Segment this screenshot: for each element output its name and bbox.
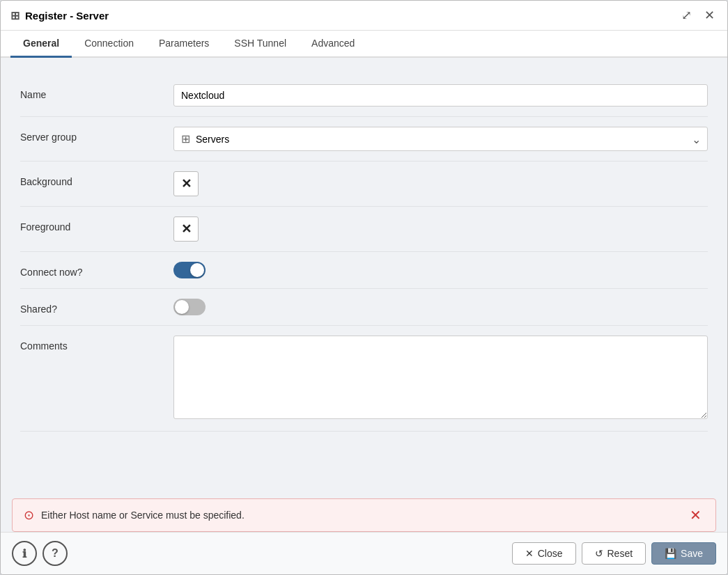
close-window-button[interactable]: ✕: [702, 8, 718, 23]
footer-right: ✕ Close ↺ Reset 💾 Save: [512, 542, 716, 565]
server-group-label: Server group: [20, 127, 173, 143]
background-control: ✕: [173, 171, 708, 196]
connect-now-label: Connect now?: [20, 262, 173, 278]
error-banner: ⊙ Either Host name or Service must be sp…: [12, 498, 716, 532]
shared-row: Shared?: [20, 289, 708, 326]
save-label: Save: [681, 548, 703, 559]
name-row: Name: [20, 74, 708, 117]
dialog-title: Register - Server: [25, 10, 109, 22]
server-group-value: Servers: [196, 134, 229, 145]
error-close-button[interactable]: ✕: [687, 508, 704, 522]
comments-label: Comments: [20, 336, 173, 352]
bottom-section: ⊙ Either Host name or Service must be sp…: [1, 490, 727, 532]
servers-icon: ⊞: [181, 132, 190, 145]
tabs-bar: General Connection Parameters SSH Tunnel…: [1, 31, 727, 58]
name-control: [173, 84, 708, 107]
title-left: ⊞ Register - Server: [10, 9, 109, 22]
foreground-control: ✕: [173, 216, 708, 242]
server-group-row: Server group ⊞ Servers ⌄: [20, 117, 708, 162]
error-left: ⊙ Either Host name or Service must be sp…: [24, 507, 245, 523]
register-server-dialog: ⊞ Register - Server ⤢ ✕ General Connecti…: [0, 0, 728, 575]
foreground-row: Foreground ✕: [20, 207, 708, 252]
tab-connection[interactable]: Connection: [72, 31, 146, 58]
server-group-control: ⊞ Servers ⌄: [173, 127, 708, 151]
foreground-color-button[interactable]: ✕: [173, 216, 199, 242]
info-button[interactable]: ℹ: [12, 541, 37, 566]
save-button[interactable]: 💾 Save: [651, 542, 716, 565]
chevron-down-icon: ⌄: [692, 132, 701, 145]
title-bar: ⊞ Register - Server ⤢ ✕: [1, 1, 727, 31]
foreground-label: Foreground: [20, 216, 173, 233]
comments-row: Comments: [20, 326, 708, 432]
background-color-button[interactable]: ✕: [173, 171, 199, 196]
connect-now-row: Connect now?: [20, 252, 708, 289]
comments-control: [173, 336, 708, 421]
tab-advanced[interactable]: Advanced: [299, 31, 367, 58]
reset-button[interactable]: ↺ Reset: [582, 542, 646, 565]
close-button[interactable]: ✕ Close: [512, 542, 576, 565]
shared-label: Shared?: [20, 299, 173, 315]
footer-left: ℹ ?: [12, 541, 68, 566]
connect-now-toggle-wrapper: [173, 262, 708, 278]
spacer: [20, 432, 708, 473]
form-content: Name Server group ⊞ Servers ⌄ Background: [1, 58, 727, 490]
tab-ssh-tunnel[interactable]: SSH Tunnel: [222, 31, 299, 58]
connect-now-thumb: [190, 263, 204, 277]
name-label: Name: [20, 84, 173, 100]
shared-thumb: [175, 300, 189, 314]
save-icon: 💾: [665, 548, 676, 559]
reset-icon: ↺: [595, 548, 603, 559]
tab-general[interactable]: General: [10, 31, 72, 58]
comments-textarea[interactable]: [173, 336, 708, 419]
server-group-select-wrapper: ⊞ Servers ⌄: [173, 127, 708, 151]
reset-label: Reset: [607, 548, 633, 559]
background-label: Background: [20, 171, 173, 187]
connect-now-toggle[interactable]: [173, 262, 206, 278]
maximize-button[interactable]: ⤢: [679, 8, 695, 23]
footer: ℹ ? ✕ Close ↺ Reset 💾 Save: [1, 532, 727, 574]
close-icon: ✕: [525, 548, 534, 559]
dialog-icon: ⊞: [10, 9, 20, 22]
server-group-select[interactable]: ⊞ Servers ⌄: [173, 127, 708, 151]
error-icon: ⊙: [24, 507, 34, 523]
shared-toggle-wrapper: [173, 299, 708, 315]
help-button[interactable]: ?: [42, 541, 68, 566]
shared-toggle[interactable]: [173, 299, 206, 315]
background-row: Background ✕: [20, 162, 708, 207]
close-label: Close: [538, 548, 563, 559]
name-input[interactable]: [173, 84, 708, 107]
connect-now-control: [173, 262, 708, 278]
shared-control: [173, 299, 708, 315]
title-actions: ⤢ ✕: [679, 8, 718, 23]
error-message: Either Host name or Service must be spec…: [41, 510, 245, 521]
tab-parameters[interactable]: Parameters: [146, 31, 222, 58]
